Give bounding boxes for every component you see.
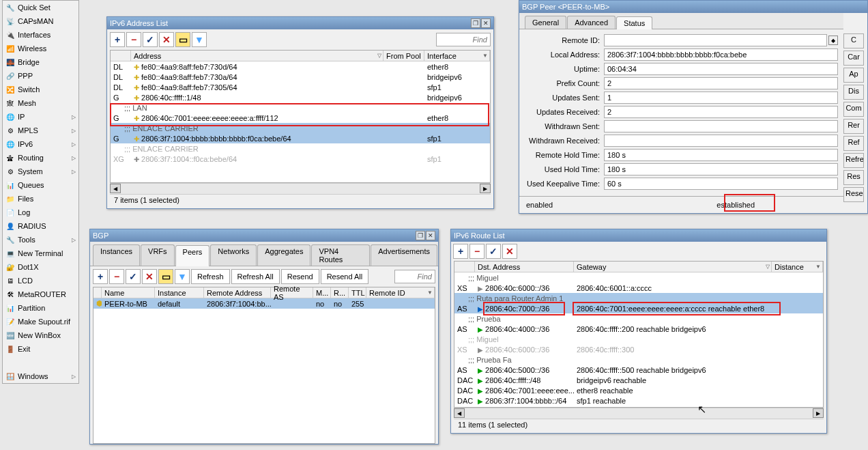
col-interface[interactable]: Interface▼	[424, 51, 490, 61]
side-button-c[interactable]: C	[843, 33, 864, 48]
restore-button[interactable]: ❐	[471, 18, 480, 28]
sidebar-item-new-terminal[interactable]: 💻New Terminal	[3, 247, 78, 260]
col-pool[interactable]: From Pool	[384, 51, 424, 61]
side-button-dis[interactable]: Dis	[843, 85, 864, 100]
sidebar-item-new-winbox[interactable]: 🆕New WinBox	[3, 328, 78, 342]
table-row[interactable]: DAC▶ 2806:40c:7001:eeee:eee...ether8 rea…	[454, 385, 823, 395]
refresh-button[interactable]: Refresh	[191, 269, 230, 284]
tab-advertisements[interactable]: Advertisements	[371, 244, 437, 266]
close-button[interactable]: ✕	[481, 18, 491, 28]
col-m[interactable]: M...	[313, 287, 331, 298]
h-scrollbar[interactable]: ◀ ▶	[110, 183, 491, 194]
bgp-titlebar[interactable]: BGP ❐ ✕	[90, 229, 438, 242]
field-value[interactable]: 06:04:34	[604, 63, 838, 75]
table-row[interactable]: ⬢PEER-to-MBdefault2806:3f7:1004:bb...non…	[93, 298, 435, 309]
side-button-ap[interactable]: Ap	[843, 68, 864, 83]
close-button[interactable]: ✕	[426, 231, 435, 240]
table-comment-row[interactable]: ;;; Miguel	[454, 334, 823, 344]
sidebar-item-windows[interactable]: 🪟Windows▷	[3, 369, 78, 383]
table-comment-row[interactable]: ;;; LAN	[111, 102, 490, 113]
table-row[interactable]: XS▶ 2806:40c:6000::/362806:40c:6001::a:c…	[454, 283, 823, 293]
side-button-refre[interactable]: Refre	[843, 153, 864, 168]
sidebar-item-ppp[interactable]: 🔗PPP	[3, 69, 78, 83]
sidebar-item-partition[interactable]: 📊Partition	[3, 301, 78, 315]
col-flag[interactable]	[111, 51, 131, 61]
disable-button[interactable]: ✕	[142, 269, 157, 284]
enable-button[interactable]: ✓	[126, 269, 141, 284]
sidebar-item-metarouter[interactable]: 🛠MetaROUTER	[3, 287, 78, 301]
add-button[interactable]: +	[93, 269, 108, 284]
field-value[interactable]: 180 s	[604, 163, 838, 175]
col-address[interactable]: Address▽	[131, 51, 384, 61]
table-row[interactable]: AS▶ 2806:40c:4000::/362806:40c:ffff::200…	[454, 324, 823, 334]
sidebar-item-capsman[interactable]: 📡CAPsMAN	[3, 14, 78, 28]
tab-advanced[interactable]: Advanced	[567, 16, 616, 29]
sidebar-item-quick-set[interactable]: 🔧Quick Set	[3, 1, 78, 14]
table-row[interactable]: XG✚ 2806:3f7:1004::f0ca:bebe/64sfp1	[111, 154, 490, 164]
field-value[interactable]	[604, 120, 838, 132]
tab-vrfs[interactable]: VRFs	[141, 244, 175, 266]
table-row[interactable]: AS▶ 2806:40c:7000::/362806:40c:7001:eeee…	[454, 303, 823, 313]
add-button[interactable]: +	[453, 244, 468, 259]
side-button-res[interactable]: Res	[843, 170, 864, 185]
col-remote-addr[interactable]: Remote Address	[204, 287, 271, 298]
sidebar-item-tools[interactable]: 🔧Tools▷	[3, 233, 78, 247]
filter-button[interactable]: ▼	[192, 32, 207, 47]
restore-button[interactable]: ❐	[416, 231, 425, 240]
table-row[interactable]: G✚ 2806:3f7:1004:bbbb:bbbb:bbbb:f0ca:beb…	[111, 133, 490, 143]
resend-all-button[interactable]: Resend All	[321, 269, 369, 284]
tab-vpn4 routes[interactable]: VPN4 Routes	[311, 244, 370, 266]
table-comment-row[interactable]: ;;; Miguel	[454, 272, 823, 283]
scroll-right[interactable]: ▶	[480, 184, 491, 193]
tab-general[interactable]: General	[525, 16, 566, 29]
resend-button[interactable]: Resend	[281, 269, 319, 284]
table-comment-row[interactable]: ;;; Ruta para Router Admin 1	[454, 293, 823, 303]
table-row[interactable]: G✚ 2806:40c:ffff::1/48bridgeipv6	[111, 92, 490, 102]
sidebar-item-exit[interactable]: 🚪Exit	[3, 342, 78, 356]
field-value[interactable]: 1	[604, 92, 838, 104]
col-distance[interactable]: Distance▼	[772, 262, 823, 272]
remove-button[interactable]: −	[126, 32, 141, 47]
table-row[interactable]: G✚ 2806:40c:7001:eeee:eeee:eeee:a:ffff/1…	[111, 113, 490, 123]
find-input[interactable]	[436, 33, 491, 46]
tab-aggregates[interactable]: Aggregates	[257, 244, 310, 266]
field-value[interactable]	[604, 34, 827, 46]
side-button-ref[interactable]: Ref	[843, 136, 864, 151]
col-ttl[interactable]: TTL	[349, 287, 366, 298]
col-name[interactable]: Name	[102, 287, 155, 298]
disable-button[interactable]: ✕	[502, 244, 517, 259]
field-value[interactable]: 60 s	[604, 178, 838, 190]
side-button-rese[interactable]: Rese	[843, 187, 864, 202]
filter-button[interactable]: ▼	[175, 269, 190, 284]
side-button-com[interactable]: Com	[843, 102, 864, 117]
sidebar-item-routing[interactable]: 🛣Routing▷	[3, 151, 78, 165]
sidebar-item-radius[interactable]: 👤RADIUS	[3, 219, 78, 233]
col-r[interactable]: R...	[331, 287, 349, 298]
tab-networks[interactable]: Networks	[210, 244, 257, 266]
field-value[interactable]: 2806:3f7:1004:bbbb:bbbb:bbbb:f0ca:bebe	[604, 48, 838, 61]
table-row[interactable]: AS▶ 2806:40c:5000::/362806:40c:ffff::500…	[454, 365, 823, 375]
scroll-right[interactable]: ▶	[813, 408, 824, 418]
sidebar-item-make-supout.rif[interactable]: 📝Make Supout.rif	[3, 315, 78, 328]
tab-instances[interactable]: Instances	[93, 244, 140, 266]
sidebar-item-ip[interactable]: 🌐IP▷	[3, 110, 78, 124]
table-row[interactable]: DAC▶ 2806:3f7:1004:bbbb::/64sfp1 reachab…	[454, 395, 823, 406]
scroll-left[interactable]: ◀	[110, 184, 121, 193]
col-dst[interactable]: Dst. Address	[475, 262, 574, 272]
side-button-rer[interactable]: Rer	[843, 119, 864, 134]
enable-button[interactable]: ✓	[143, 32, 158, 47]
sidebar-item-wireless[interactable]: 📶Wireless	[3, 42, 78, 55]
table-row[interactable]: DL✚ fe80::4aa9:8aff:feb7:730d/64ether8	[111, 61, 490, 72]
h-scrollbar[interactable]: ◀ ▶	[454, 408, 824, 419]
sidebar-item-switch[interactable]: 🔀Switch	[3, 83, 78, 96]
tab-peers[interactable]: Peers	[175, 245, 210, 266]
field-value[interactable]	[604, 135, 838, 147]
remove-button[interactable]: −	[109, 269, 124, 284]
sidebar-item-system[interactable]: ⚙System▷	[3, 165, 78, 178]
table-comment-row[interactable]: ;;; Prueba Fa	[454, 354, 823, 365]
sidebar-item-files[interactable]: 📁Files	[3, 192, 78, 206]
sidebar-item-dot1x[interactable]: 🔐Dot1X	[3, 260, 78, 274]
col-gateway[interactable]: Gateway▽	[574, 262, 772, 272]
route-list-titlebar[interactable]: IPv6 Route List	[451, 229, 826, 242]
sidebar-item-queues[interactable]: 📊Queues	[3, 178, 78, 192]
